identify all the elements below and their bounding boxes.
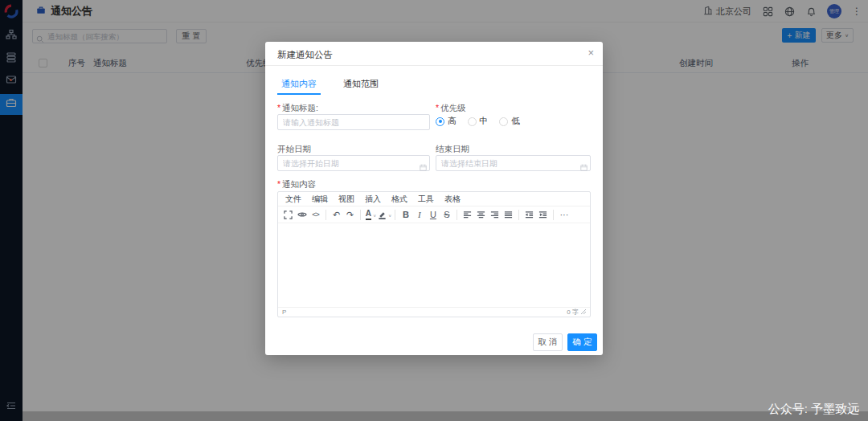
priority-field-label: *优先级 (436, 103, 466, 114)
editor-menubar: 文件 编辑 视图 插入 格式 工具 表格 (278, 192, 590, 206)
redo-icon[interactable]: ↷ (343, 207, 357, 222)
preview-eye-icon[interactable] (295, 207, 309, 222)
strikethrough-button[interactable]: S (440, 207, 453, 222)
start-date-label: 开始日期 (277, 144, 311, 155)
watermark-text: 公众号: 予墨致远 (768, 402, 859, 417)
close-icon[interactable]: × (588, 47, 594, 58)
priority-radio-group: 高 中 低 (436, 116, 520, 127)
chevron-down-icon: ∨ (373, 212, 376, 217)
highlight-color-button[interactable]: ∨ (378, 207, 391, 222)
rich-text-editor: 文件 编辑 视图 插入 格式 工具 表格 <> ↶ ↷ A∨ (277, 191, 591, 317)
element-path: P (282, 309, 286, 316)
text-color-button[interactable]: A∨ (364, 207, 378, 222)
modal-header: 新建通知公告 × (265, 42, 603, 66)
indent-icon[interactable] (536, 207, 550, 222)
italic-button[interactable]: I (412, 207, 426, 222)
align-justify-icon[interactable] (502, 207, 515, 222)
end-date-input[interactable] (436, 155, 591, 171)
modal-title: 新建通知公告 (277, 49, 333, 61)
menu-edit[interactable]: 编辑 (312, 194, 328, 205)
modal-tabs: 通知内容 通知范围 (277, 78, 383, 95)
chevron-down-icon: ∨ (388, 212, 391, 217)
outdent-icon[interactable] (522, 207, 536, 222)
priority-radio-low[interactable]: 低 (499, 116, 520, 127)
menu-file[interactable]: 文件 (285, 194, 301, 205)
align-left-icon[interactable] (461, 207, 474, 222)
menu-view[interactable]: 视图 (338, 194, 354, 205)
align-center-icon[interactable] (474, 207, 488, 222)
fullscreen-icon[interactable] (281, 207, 295, 222)
tab-notice-content[interactable]: 通知内容 (277, 78, 321, 95)
undo-icon[interactable]: ↶ (330, 207, 343, 222)
priority-radio-medium[interactable]: 中 (468, 116, 489, 127)
menu-tools[interactable]: 工具 (418, 194, 434, 205)
editor-content-area[interactable] (278, 223, 590, 307)
title-input[interactable] (277, 114, 430, 130)
source-code-icon[interactable]: <> (309, 207, 322, 222)
menu-format[interactable]: 格式 (391, 194, 407, 205)
bold-button[interactable]: B (399, 207, 412, 222)
resize-grip-icon[interactable] (581, 309, 586, 316)
editor-statusbar: P 0 字 (278, 307, 590, 317)
title-field-label: *通知标题: (277, 103, 318, 114)
content-field-label: *通知内容 (277, 179, 316, 190)
align-right-icon[interactable] (488, 207, 502, 222)
app-window: 通知公告 北京公司 管理 ⋮ 重 (0, 0, 868, 421)
menu-table[interactable]: 表格 (444, 194, 461, 205)
cancel-button[interactable]: 取 消 (533, 333, 563, 351)
tab-notice-scope[interactable]: 通知范围 (339, 78, 383, 95)
end-date-label: 结束日期 (436, 144, 469, 155)
priority-radio-high[interactable]: 高 (436, 116, 457, 127)
editor-toolbar: <> ↶ ↷ A∨ ∨ B I U S (278, 206, 590, 223)
word-count: 0 字 (567, 308, 579, 317)
more-tools-icon[interactable]: ··· (557, 207, 571, 222)
confirm-button[interactable]: 确 定 (567, 333, 597, 351)
new-announcement-modal: 新建通知公告 × 通知内容 通知范围 *通知标题: *优先级 高 中 低 开始日… (265, 42, 603, 355)
start-date-input[interactable] (277, 155, 430, 171)
menu-insert[interactable]: 插入 (365, 194, 381, 205)
underline-button[interactable]: U (426, 207, 440, 222)
